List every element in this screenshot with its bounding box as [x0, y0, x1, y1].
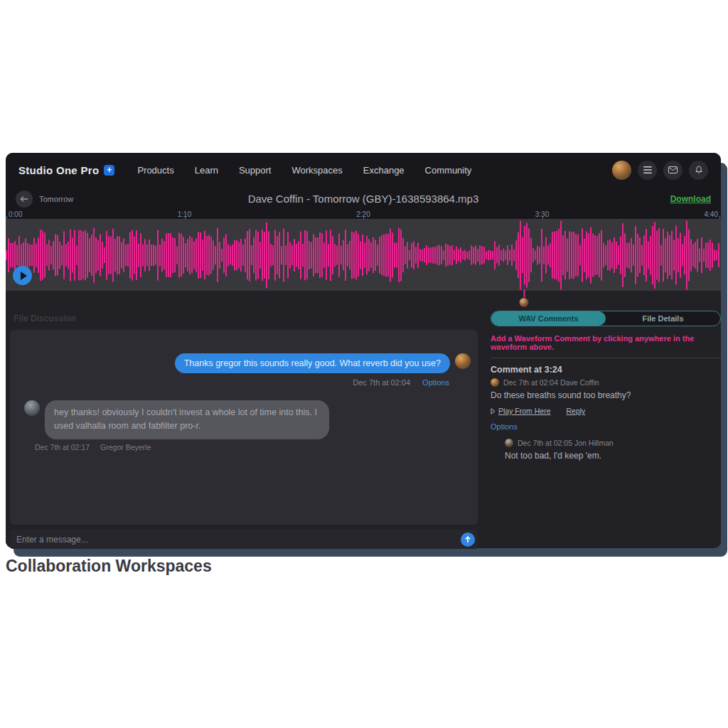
chat-message-incoming: hey thanks! obviously I couldn't invest … [10, 387, 478, 439]
mail-icon [668, 166, 678, 173]
marker-avatar [520, 298, 529, 307]
play-from-here-link[interactable]: Play From Here [491, 407, 551, 415]
message-author: Gregor Beyerle [100, 443, 151, 451]
main-content: File Discussion Thanks gregor this sound… [6, 291, 721, 548]
avatar [505, 439, 513, 447]
back-label[interactable]: Tomorrow [39, 195, 73, 203]
divider [491, 358, 721, 358]
section-heading: File Discussion [14, 314, 76, 323]
waveform-display[interactable] [6, 220, 721, 291]
avatar [491, 378, 499, 387]
reply-author-timestamp: Dec 7th at 02:05 Jon Hillman [518, 439, 614, 447]
chat-panel: Thanks gregor this sounds really good. W… [10, 330, 478, 525]
arrow-left-icon [20, 196, 28, 203]
nav-item-learn[interactable]: Learn [195, 165, 218, 176]
send-button[interactable] [461, 532, 475, 547]
comment-actions: Play From Here Reply [491, 407, 721, 415]
play-from-here-label: Play From Here [498, 407, 551, 415]
comment-author-timestamp: Dec 7th at 02:04 Dave Coffin [503, 378, 599, 387]
ruler-tick [185, 216, 186, 219]
notifications-button[interactable] [689, 161, 708, 180]
download-link[interactable]: Download [670, 194, 711, 204]
ruler-tick [542, 216, 543, 219]
reply-link[interactable]: Reply [567, 407, 586, 415]
chat-message-outgoing: Thanks gregor this sounds really good. W… [10, 330, 478, 373]
panel-tabs: WAV Comments File Details [491, 311, 721, 326]
avatar [455, 353, 471, 369]
user-avatar[interactable] [612, 161, 631, 180]
page-caption: Collaboration Workspaces [6, 557, 212, 576]
ruler-tick [719, 216, 720, 219]
waveform-svg [6, 220, 721, 291]
time-label-4: 4:40 [705, 210, 718, 218]
arrow-up-icon [464, 536, 471, 543]
ruler-tick [6, 216, 7, 219]
message-meta: Dec 7th at 02:17 Gregor Beyerle [10, 439, 478, 451]
top-navbar: Studio One Pro + Products Learn Support … [6, 153, 721, 187]
comment-reply: Dec 7th at 02:05 Jon Hillman Not too bad… [505, 439, 721, 461]
avatar [24, 400, 40, 416]
comment-text: Do these breaths sound too breathy? [491, 390, 721, 400]
message-bubble[interactable]: Thanks gregor this sounds really good. W… [175, 353, 450, 373]
menu-button[interactable] [638, 161, 657, 180]
tab-wav-comments[interactable]: WAV Comments [491, 311, 606, 326]
tab-file-details[interactable]: File Details [606, 311, 720, 326]
waveform-comment-marker[interactable] [520, 289, 529, 307]
app-window: Studio One Pro + Products Learn Support … [6, 153, 721, 548]
message-bubble[interactable]: hey thanks! obviously I couldn't invest … [45, 400, 329, 439]
message-options-link[interactable]: Options [422, 378, 449, 387]
file-header: Tomorrow Dave Coffin - Tomorrow (GBY)-16… [6, 187, 721, 210]
nav-item-community[interactable]: Community [425, 165, 472, 176]
nav-item-support[interactable]: Support [239, 165, 272, 176]
comment-title: Comment at 3:24 [491, 365, 721, 375]
plus-badge-icon: + [104, 165, 114, 176]
message-meta: Dec 7th at 02:04 Options [10, 373, 478, 387]
logo-text: Studio One Pro [18, 164, 99, 176]
bell-icon [695, 166, 703, 174]
reply-label: Reply [567, 407, 586, 415]
comment-options-link[interactable]: Options [491, 422, 721, 431]
nav-item-workspaces[interactable]: Workspaces [291, 165, 342, 176]
message-input-row [10, 530, 478, 549]
back-button[interactable] [16, 191, 33, 208]
play-outline-icon [491, 408, 496, 414]
logo[interactable]: Studio One Pro + [18, 164, 114, 176]
nav-item-products[interactable]: Products [137, 165, 173, 176]
time-label-0: 0:00 [9, 210, 22, 218]
marker-line [523, 289, 525, 297]
nav-item-exchange[interactable]: Exchange [363, 165, 405, 176]
hamburger-icon [643, 166, 652, 173]
nav-links: Products Learn Support Workspaces Exchan… [137, 165, 471, 176]
reply-text: Not too bad, I'd keep 'em. [505, 451, 721, 461]
messages-button[interactable] [663, 161, 682, 180]
message-input[interactable] [16, 535, 461, 545]
time-ruler[interactable]: 0:00 1:10 2:20 3:30 4:40 [6, 210, 721, 220]
ruler-tick [363, 216, 364, 219]
message-timestamp: Dec 7th at 02:04 [353, 378, 410, 387]
message-timestamp: Dec 7th at 02:17 [35, 443, 90, 451]
comments-panel: WAV Comments File Details Add a Waveform… [491, 311, 721, 461]
play-button[interactable] [13, 266, 32, 285]
waveform-comment-hint: Add a Waveform Comment by clicking anywh… [491, 334, 721, 351]
page-title: Dave Coffin - Tomorrow (GBY)-1638593864.… [6, 193, 721, 205]
reply-meta: Dec 7th at 02:05 Jon Hillman [505, 439, 721, 447]
nav-actions [612, 161, 708, 180]
play-icon [21, 272, 27, 280]
comment-meta: Dec 7th at 02:04 Dave Coffin [491, 378, 721, 387]
